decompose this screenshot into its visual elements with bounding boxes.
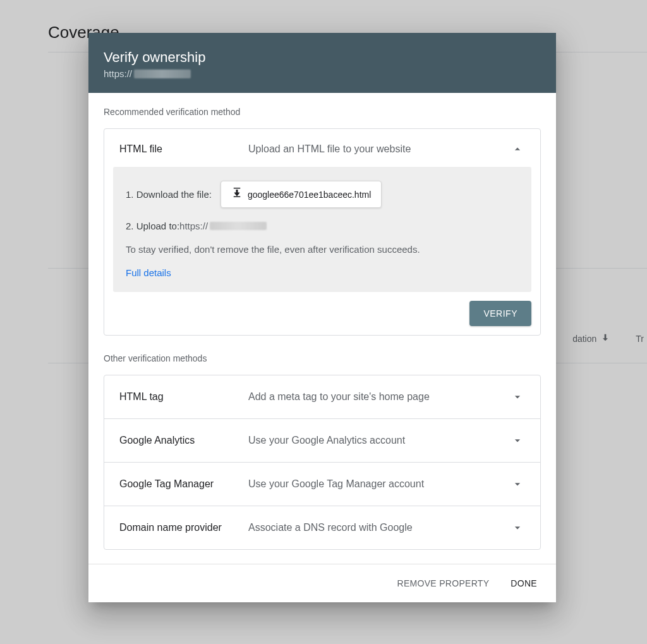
method-name: Domain name provider bbox=[119, 522, 233, 533]
other-methods-list: HTML tag Add a meta tag to your site's h… bbox=[104, 375, 541, 550]
dialog-body: Recommended verification method HTML fil… bbox=[88, 93, 556, 564]
dialog-subtitle: https:// bbox=[104, 68, 541, 79]
method-name: Google Analytics bbox=[119, 435, 233, 446]
done-button[interactable]: DONE bbox=[509, 576, 538, 591]
method-row-google-tag-manager[interactable]: Google Tag Manager Use your Google Tag M… bbox=[104, 463, 540, 506]
method-name: HTML file bbox=[119, 143, 233, 155]
step-label: 1. Download the file: bbox=[126, 189, 212, 200]
method-description: Use your Google Tag Manager account bbox=[248, 478, 495, 490]
chevron-down-icon bbox=[510, 520, 525, 535]
url-prefix: https:// bbox=[179, 221, 208, 231]
remove-property-button[interactable]: REMOVE PROPERTY bbox=[396, 576, 491, 591]
card-actions: VERIFY bbox=[104, 301, 540, 335]
method-row-html-tag[interactable]: HTML tag Add a meta tag to your site's h… bbox=[104, 375, 540, 419]
method-description: Upload an HTML file to your website bbox=[248, 143, 495, 155]
step-download: 1. Download the file: googlee66e701ee1ba… bbox=[126, 181, 519, 208]
method-row-domain-name-provider[interactable]: Domain name provider Associate a DNS rec… bbox=[104, 506, 540, 549]
recommended-section-label: Recommended verification method bbox=[104, 107, 541, 117]
other-methods-label: Other verification methods bbox=[104, 353, 541, 363]
dialog-title: Verify ownership bbox=[104, 49, 541, 66]
download-filename: googlee66e701ee1baceec.html bbox=[248, 190, 371, 200]
method-header-html-file[interactable]: HTML file Upload an HTML file to your we… bbox=[104, 129, 540, 167]
dialog-footer: REMOVE PROPERTY DONE bbox=[88, 564, 556, 602]
dialog-header: Verify ownership https:// bbox=[88, 33, 556, 93]
chevron-down-icon bbox=[510, 389, 525, 404]
verification-note: To stay verified, don't remove the file,… bbox=[126, 244, 519, 255]
step-upload: 2. Upload to: https:// bbox=[126, 221, 519, 231]
chevron-down-icon bbox=[510, 477, 525, 492]
url-prefix: https:// bbox=[104, 68, 132, 79]
method-description: Use your Google Analytics account bbox=[248, 435, 495, 446]
step-label: 2. Upload to: bbox=[126, 221, 179, 231]
verify-button[interactable]: VERIFY bbox=[469, 301, 531, 326]
chevron-up-icon bbox=[510, 142, 525, 157]
download-file-button[interactable]: googlee66e701ee1baceec.html bbox=[221, 181, 382, 208]
full-details-link[interactable]: Full details bbox=[126, 267, 171, 278]
download-icon bbox=[231, 188, 243, 201]
verify-ownership-dialog: Verify ownership https:// Recommended ve… bbox=[88, 33, 556, 602]
method-row-google-analytics[interactable]: Google Analytics Use your Google Analyti… bbox=[104, 419, 540, 463]
method-expansion-panel: 1. Download the file: googlee66e701ee1ba… bbox=[113, 167, 531, 292]
redacted-domain bbox=[210, 222, 267, 230]
chevron-down-icon bbox=[510, 433, 525, 448]
method-name: Google Tag Manager bbox=[119, 478, 233, 490]
redacted-domain bbox=[134, 70, 191, 78]
method-description: Associate a DNS record with Google bbox=[248, 522, 495, 533]
recommended-method-card: HTML file Upload an HTML file to your we… bbox=[104, 128, 541, 336]
method-description: Add a meta tag to your site's home page bbox=[248, 391, 495, 403]
method-name: HTML tag bbox=[119, 391, 233, 403]
